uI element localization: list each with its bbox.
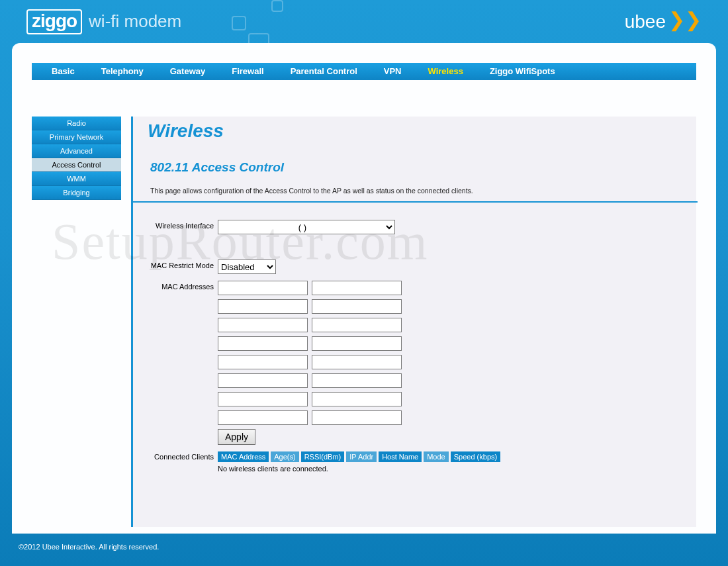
- row-wireless-interface: Wireless Interface ( ): [146, 220, 696, 234]
- mac-address-input[interactable]: [218, 336, 308, 351]
- sidebar-item-bridging[interactable]: Bridging: [32, 186, 121, 200]
- footer-copyright: ©2012 Ubee Interactive. All rights reser…: [0, 534, 728, 551]
- decor-square: [271, 0, 283, 12]
- divider: [133, 201, 698, 203]
- page-description: This page allows configuration of the Ac…: [150, 187, 696, 195]
- mac-address-input[interactable]: [312, 281, 402, 295]
- decor-square: [232, 16, 246, 30]
- wireless-interface-select[interactable]: ( ): [218, 220, 395, 234]
- topnav-parental-control[interactable]: Parental Control: [277, 63, 371, 80]
- apply-button[interactable]: Apply: [218, 429, 255, 445]
- sidebar: RadioPrimary NetworkAdvancedAccess Contr…: [32, 117, 121, 527]
- app-header: ziggo wi-fi modem ubee ❯❯: [0, 0, 728, 43]
- page-card: BasicTelephonyGatewayFirewallParental Co…: [12, 43, 716, 534]
- label-wireless-interface: Wireless Interface: [146, 220, 218, 230]
- clients-header-mode: Mode: [424, 451, 449, 462]
- topnav-firewall[interactable]: Firewall: [218, 63, 277, 80]
- connected-clients-empty: No wireless clients are connected.: [218, 465, 502, 473]
- topnav-wireless[interactable]: Wireless: [415, 63, 477, 80]
- sidebar-item-wmm[interactable]: WMM: [32, 172, 121, 186]
- clients-header-age-s-: Age(s): [271, 451, 298, 462]
- top-nav: BasicTelephonyGatewayFirewallParental Co…: [32, 63, 696, 80]
- ubee-logo: ubee ❯❯: [625, 11, 702, 32]
- connected-clients-headers: MAC AddressAge(s)RSSI(dBm)IP AddrHost Na…: [218, 451, 502, 462]
- mac-address-input[interactable]: [218, 299, 308, 314]
- content-panel: Wireless 802.11 Access Control This page…: [131, 117, 696, 527]
- mac-address-input[interactable]: [312, 410, 402, 425]
- ubee-text: ubee: [625, 11, 666, 32]
- topnav-ziggo-wifispots[interactable]: Ziggo WifiSpots: [477, 63, 569, 80]
- mac-address-input[interactable]: [312, 392, 402, 406]
- mac-address-input[interactable]: [312, 373, 402, 388]
- page-subtitle: 802.11 Access Control: [150, 160, 696, 175]
- row-connected-clients: Connected Clients MAC AddressAge(s)RSSI(…: [146, 451, 696, 473]
- mac-address-input[interactable]: [312, 355, 402, 369]
- mac-address-input[interactable]: [312, 299, 402, 314]
- row-mac-addresses: MAC Addresses Apply: [146, 281, 696, 445]
- clients-header-host-name: Host Name: [379, 451, 422, 462]
- label-connected-clients: Connected Clients: [146, 451, 218, 461]
- label-mac-restrict-mode: MAC Restrict Mode: [146, 259, 218, 269]
- ziggo-mark: ziggo: [26, 9, 82, 34]
- mac-restrict-mode-select[interactable]: Disabled: [218, 259, 276, 274]
- topnav-gateway[interactable]: Gateway: [157, 63, 218, 80]
- mac-address-input[interactable]: [312, 318, 402, 332]
- mac-address-input[interactable]: [218, 318, 308, 332]
- mac-address-input[interactable]: [218, 392, 308, 406]
- ziggo-subtitle: wi-fi modem: [89, 11, 181, 32]
- topnav-vpn[interactable]: VPN: [371, 63, 415, 80]
- sidebar-item-primary-network[interactable]: Primary Network: [32, 130, 121, 144]
- sidebar-item-access-control[interactable]: Access Control: [32, 158, 121, 172]
- page-title: Wireless: [148, 120, 696, 142]
- topnav-telephony[interactable]: Telephony: [88, 63, 157, 80]
- sidebar-item-radio[interactable]: Radio: [32, 117, 121, 130]
- mac-address-input[interactable]: [218, 373, 308, 388]
- mac-address-grid: [218, 281, 402, 425]
- mac-address-input[interactable]: [218, 281, 308, 295]
- clients-header-rssi-dbm-: RSSI(dBm): [301, 451, 345, 462]
- mac-address-input[interactable]: [312, 336, 402, 351]
- clients-header-mac-address: MAC Address: [218, 451, 269, 462]
- label-mac-addresses: MAC Addresses: [146, 281, 218, 291]
- mac-address-input[interactable]: [218, 355, 308, 369]
- clients-header-ip-addr: IP Addr: [346, 451, 377, 462]
- row-mac-restrict-mode: MAC Restrict Mode Disabled: [146, 259, 696, 274]
- mac-address-input[interactable]: [218, 410, 308, 425]
- clients-header-speed-kbps-: Speed (kbps): [451, 451, 500, 462]
- ziggo-logo: ziggo wi-fi modem: [26, 9, 181, 34]
- topnav-basic[interactable]: Basic: [38, 63, 88, 80]
- sidebar-item-advanced[interactable]: Advanced: [32, 144, 121, 158]
